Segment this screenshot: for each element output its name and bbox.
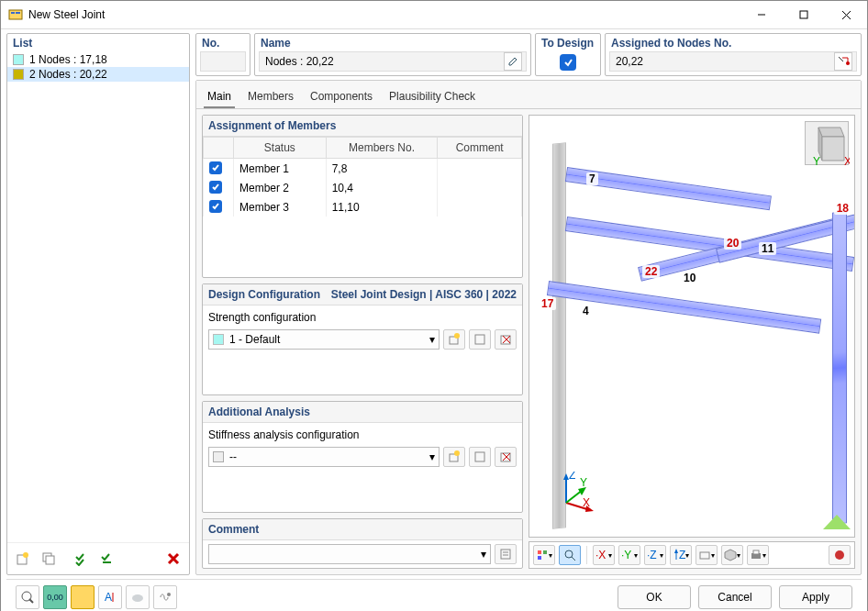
chevron-down-icon: ▾ [429, 333, 435, 346]
uncheck-all-button[interactable] [95, 547, 119, 571]
script-button[interactable] [153, 585, 177, 609]
stiffness-label: Stiffness analysis configuration [203, 423, 522, 443]
assigned-field[interactable] [609, 51, 857, 72]
cloud-button[interactable] [126, 585, 150, 609]
print-menu-button[interactable]: ▾ [747, 545, 769, 565]
color-button[interactable] [71, 585, 95, 609]
assign-header: Assignment of Members [208, 119, 336, 132]
close-button[interactable] [825, 1, 867, 28]
axis-z-button[interactable]: ·Z▾ [644, 545, 666, 565]
col-comment: Comment [438, 138, 522, 159]
combo-color-swatch [213, 451, 224, 462]
comment-header: Comment [208, 523, 259, 536]
display-menu-button[interactable]: ▾ [696, 545, 718, 565]
to-design-checkbox[interactable] [560, 54, 576, 71]
svg-marker-32 [822, 137, 844, 161]
assigned-input[interactable] [614, 54, 830, 69]
font-button[interactable]: A [98, 585, 122, 609]
svg-rect-10 [46, 556, 54, 564]
design-spec: Steel Joint Design | AISC 360 | 2022 [331, 288, 517, 301]
new-config-button[interactable] [443, 329, 465, 350]
no-label: No. [196, 34, 250, 51]
svg-rect-1 [11, 12, 15, 14]
svg-rect-55 [700, 552, 709, 559]
no-field[interactable] [200, 51, 246, 72]
titlebar: New Steel Joint [1, 1, 867, 29]
list-header: List [7, 34, 189, 52]
list-item-2[interactable]: 2 Nodes : 20,22 [7, 67, 189, 82]
units-button[interactable]: 0,00 [43, 585, 67, 609]
svg-text:X: X [583, 496, 590, 509]
color-swatch [13, 69, 24, 80]
strength-combo[interactable]: 1 - Default ▾ [208, 329, 440, 350]
strength-label: Strength configuration [203, 306, 522, 326]
combo-color-swatch [213, 334, 224, 345]
maximize-button[interactable] [783, 1, 825, 28]
svg-line-48 [572, 557, 575, 561]
tab-members[interactable]: Members [244, 86, 297, 108]
tab-components[interactable]: Components [306, 86, 376, 108]
node-label: 17 [539, 297, 556, 310]
view-cube[interactable]: Y X [805, 121, 849, 165]
stiffness-combo[interactable]: -- ▾ [208, 447, 440, 467]
name-field[interactable] [259, 51, 527, 72]
delete-config-button[interactable] [495, 329, 517, 350]
new-item-button[interactable] [11, 547, 35, 571]
pick-nodes-button[interactable] [834, 52, 852, 71]
delete-item-button[interactable] [161, 547, 185, 571]
check-all-button[interactable] [70, 547, 94, 571]
view-mode-button[interactable]: ▾ [533, 545, 555, 565]
col-status: Status [234, 138, 327, 159]
tab-main[interactable]: Main [204, 86, 235, 108]
apply-button[interactable]: Apply [779, 585, 852, 609]
zoom-extents-button[interactable] [559, 545, 581, 565]
comment-more-button[interactable] [495, 544, 517, 564]
node-label: 18 [834, 202, 851, 215]
svg-text:·Z: ·Z [647, 549, 657, 561]
svg-point-8 [23, 552, 28, 558]
edit-stiffness-button[interactable] [469, 447, 491, 467]
svg-text:Z: Z [679, 549, 685, 561]
window-title: New Steel Joint [28, 8, 740, 21]
ok-button[interactable]: OK [618, 585, 691, 609]
app-icon [8, 7, 23, 22]
table-row[interactable]: Member 1 7,8 [204, 159, 522, 179]
axis-x-button[interactable]: ·X▾ [593, 545, 615, 565]
flip-z-button[interactable]: Z▾ [670, 545, 692, 565]
svg-point-65 [167, 593, 171, 596]
render-menu-button[interactable]: ▾ [721, 545, 743, 565]
table-row[interactable]: Member 2 10,4 [204, 178, 522, 197]
beam-label: 11 [759, 242, 776, 255]
beam-label: 7 [586, 172, 598, 185]
new-stiffness-button[interactable] [443, 447, 465, 467]
row-checkbox[interactable] [209, 200, 222, 213]
table-row[interactable]: Member 3 11,10 [204, 197, 522, 217]
svg-rect-44 [538, 550, 541, 554]
row-checkbox[interactable] [209, 181, 222, 194]
axis-y-button[interactable]: ·Y▾ [618, 545, 640, 565]
minimize-button[interactable] [740, 1, 783, 28]
svg-rect-46 [538, 556, 541, 560]
list-item-1[interactable]: 1 Nodes : 17,18 [7, 52, 189, 67]
row-checkbox[interactable] [209, 161, 222, 174]
edit-name-button[interactable] [504, 52, 522, 71]
svg-rect-23 [475, 452, 484, 461]
comment-combo[interactable]: ▾ [208, 544, 491, 564]
edit-config-button[interactable] [469, 329, 491, 350]
delete-stiffness-button[interactable] [495, 447, 517, 467]
help-button[interactable] [16, 585, 39, 609]
chevron-down-icon: ▾ [429, 450, 435, 463]
view-toolbar: ▾ ·X▾ ·Y▾ ·Z▾ Z▾ ▾ ▾ ▾ [529, 541, 855, 569]
name-input[interactable] [263, 54, 504, 69]
svg-text:·Y: ·Y [621, 549, 631, 561]
svg-rect-0 [9, 10, 22, 19]
tab-plausibility[interactable]: Plausibility Check [385, 86, 479, 108]
svg-point-16 [454, 333, 460, 339]
col-members: Members No. [326, 138, 438, 159]
cancel-button[interactable]: Cancel [698, 585, 772, 609]
list-item-label: 2 Nodes : 20,22 [29, 68, 107, 81]
model-viewport[interactable]: 7 18 20 11 22 10 17 4 [529, 115, 855, 538]
copy-item-button[interactable] [37, 547, 61, 571]
record-button[interactable] [829, 545, 851, 565]
color-swatch [13, 54, 24, 65]
